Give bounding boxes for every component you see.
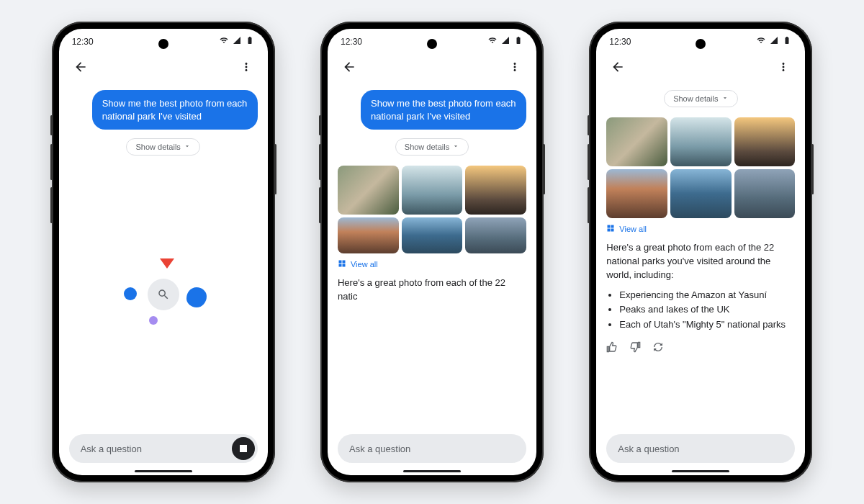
back-button[interactable] xyxy=(338,55,361,78)
result-photo[interactable] xyxy=(670,169,732,218)
refresh-button[interactable] xyxy=(652,341,664,356)
grid-icon xyxy=(606,224,615,234)
wifi-icon xyxy=(756,36,766,47)
result-photo[interactable] xyxy=(606,117,667,166)
result-photo[interactable] xyxy=(402,217,463,253)
user-message-bubble: Show me the best photo from each nationa… xyxy=(92,90,258,130)
show-details-chip[interactable]: Show details xyxy=(126,138,199,156)
photo-results-grid xyxy=(338,166,526,253)
blue-circle-shape xyxy=(124,287,137,300)
back-button[interactable] xyxy=(69,55,92,78)
result-photo[interactable] xyxy=(465,217,526,253)
purple-dot-shape xyxy=(149,316,158,325)
stop-icon xyxy=(240,445,247,452)
home-indicator[interactable] xyxy=(672,470,729,472)
show-details-label: Show details xyxy=(673,94,718,103)
phone-mockup-3: 12:30 Show details xyxy=(589,22,812,482)
back-button[interactable] xyxy=(606,55,629,78)
result-photo[interactable] xyxy=(606,169,667,218)
grid-icon xyxy=(338,259,346,269)
input-placeholder: Ask a question xyxy=(349,444,410,454)
camera-notch xyxy=(696,39,706,49)
blue-blob-shape xyxy=(186,287,207,307)
view-all-label: View all xyxy=(619,225,647,233)
wifi-icon xyxy=(219,36,229,47)
view-all-link[interactable]: View all xyxy=(606,224,795,234)
show-details-chip[interactable]: Show details xyxy=(395,138,469,156)
question-input[interactable]: Ask a question xyxy=(338,434,526,463)
view-all-link[interactable]: View all xyxy=(338,259,526,269)
ai-response-intro: Here's a great photo from each of the 22… xyxy=(606,241,795,282)
home-indicator[interactable] xyxy=(403,470,461,472)
ai-response-text: Here's a great photo from each of the 22… xyxy=(338,276,526,304)
status-time: 12:30 xyxy=(341,37,362,47)
thumbs-down-button[interactable] xyxy=(629,341,641,356)
battery-icon xyxy=(513,36,523,47)
camera-notch xyxy=(158,39,168,49)
phone-mockup-2: 12:30 Show me the best photo from each n… xyxy=(320,22,544,482)
phone-mockup-1: 12:30 Show me the best phot xyxy=(52,22,275,482)
list-item: Each of Utah's "Mighty 5" national parks xyxy=(619,318,795,333)
view-all-label: View all xyxy=(351,260,378,269)
more-menu-button[interactable] xyxy=(503,55,526,78)
more-menu-button[interactable] xyxy=(235,55,258,78)
question-input[interactable]: Ask a question xyxy=(69,434,258,463)
stop-button[interactable] xyxy=(232,437,255,460)
status-time: 12:30 xyxy=(72,37,94,47)
show-details-label: Show details xyxy=(405,143,449,151)
wifi-icon xyxy=(487,36,498,47)
result-photo[interactable] xyxy=(338,166,399,215)
user-message-bubble: Show me the best photo from each nationa… xyxy=(361,90,526,130)
camera-notch xyxy=(427,39,437,49)
more-menu-button[interactable] xyxy=(772,55,795,78)
status-time: 12:30 xyxy=(609,37,631,47)
signal-icon xyxy=(769,36,779,47)
result-photo[interactable] xyxy=(670,117,732,166)
result-photo[interactable] xyxy=(465,166,526,215)
chevron-down-icon xyxy=(184,143,191,151)
list-item: Experiencing the Amazon at Yasuní xyxy=(619,288,795,303)
home-indicator[interactable] xyxy=(135,470,192,472)
result-photo[interactable] xyxy=(338,217,399,253)
result-photo[interactable] xyxy=(402,166,463,215)
thumbs-up-button[interactable] xyxy=(606,341,618,356)
signal-icon xyxy=(500,36,510,47)
input-placeholder: Ask a question xyxy=(618,444,679,454)
chevron-down-icon xyxy=(721,94,729,103)
question-input[interactable]: Ask a question xyxy=(606,434,795,463)
red-triangle-shape xyxy=(160,258,174,269)
input-placeholder: Ask a question xyxy=(81,444,142,454)
loading-animation xyxy=(69,166,258,423)
result-photo[interactable] xyxy=(734,169,796,218)
battery-icon xyxy=(245,36,255,47)
result-photo[interactable] xyxy=(734,117,796,166)
battery-icon xyxy=(782,36,792,47)
chevron-down-icon xyxy=(452,143,459,151)
photo-results-grid xyxy=(606,117,795,218)
list-item: Peaks and lakes of the UK xyxy=(619,302,795,318)
show-details-label: Show details xyxy=(135,143,180,151)
signal-icon xyxy=(232,36,242,47)
show-details-chip[interactable]: Show details xyxy=(664,90,737,107)
ai-response-list: Experiencing the Amazon at Yasuní Peaks … xyxy=(606,288,795,333)
search-loading-icon xyxy=(148,279,179,310)
